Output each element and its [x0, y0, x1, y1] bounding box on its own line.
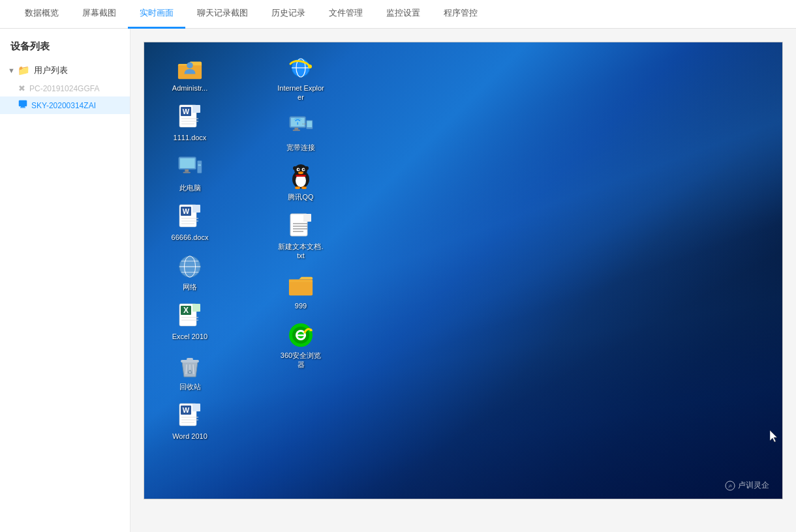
- sidebar-item-sky1[interactable]: SKY-20200314ZAI: [0, 96, 130, 114]
- svg-point-4: [187, 62, 193, 68]
- desktop-icon-txt[interactable]: 新建文本文档.txt: [275, 211, 327, 263]
- desktop-screenshot: Administr... W: [144, 42, 783, 499]
- svg-rect-14: [185, 169, 189, 171]
- desktop-icon-qq[interactable]: 腾讯QQ: [275, 161, 327, 204]
- sidebar: 设备列表 ▼ 📁 用户列表 ✖ PC-20191024GGFA SKY-2020…: [0, 29, 130, 532]
- desktop-icons-grid: Administr... W: [144, 42, 392, 499]
- svg-rect-81: [289, 280, 313, 282]
- svg-rect-55: [294, 128, 298, 130]
- ie-icon: [288, 55, 314, 81]
- svg-rect-86: [296, 334, 306, 336]
- desktop-icon-broadband[interactable]: 宽带连接: [275, 111, 327, 155]
- svg-rect-75: [303, 214, 311, 222]
- folder999-icon-label: 999: [295, 301, 307, 310]
- computer-icon-label: 此电脑: [179, 183, 201, 192]
- svg-rect-54: [291, 117, 305, 126]
- svg-point-73: [305, 166, 309, 170]
- main-layout: 设备列表 ▼ 📁 用户列表 ✖ PC-20191024GGFA SKY-2020…: [0, 29, 796, 532]
- svg-rect-13: [180, 158, 195, 168]
- svg-point-72: [293, 166, 297, 170]
- network-icon: [177, 254, 203, 280]
- word2010-icon: W: [177, 403, 203, 429]
- recycle-icon: ♻: [177, 353, 203, 379]
- docx2-icon: W: [177, 204, 203, 230]
- desktop-icon-docx2[interactable]: W 66666.docx: [164, 201, 216, 244]
- desktop-icon-computer[interactable]: 此电脑: [164, 152, 216, 195]
- svg-rect-59: [307, 121, 313, 127]
- sidebar-title: 设备列表: [0, 35, 130, 61]
- nav-chat[interactable]: 聊天记录截图: [185, 0, 260, 29]
- nav-realtime[interactable]: 实时画面: [128, 0, 185, 29]
- nav-history[interactable]: 历史记录: [260, 0, 317, 29]
- sidebar-item-pc1[interactable]: ✖ PC-20191024GGFA: [0, 80, 130, 96]
- excel-icon: X: [177, 303, 203, 329]
- svg-rect-15: [183, 171, 191, 173]
- folder999-icon: [288, 273, 314, 299]
- svg-rect-56: [293, 129, 300, 130]
- svg-rect-16: [197, 160, 202, 173]
- logo-text: 卢训灵企: [738, 480, 769, 491]
- admin-icon-label: Administr...: [172, 83, 207, 93]
- bottom-logo: 卢 卢训灵企: [725, 480, 769, 491]
- excel-icon-label: Excel 2010: [172, 332, 207, 341]
- nav-data[interactable]: 数据概览: [13, 0, 70, 29]
- admin-icon: [177, 55, 203, 81]
- folder-icon: 📁: [18, 65, 30, 76]
- svg-point-68: [298, 171, 303, 174]
- svg-rect-43: [192, 404, 200, 411]
- broadband-icon: [288, 114, 314, 140]
- desktop-icon-network[interactable]: 网络: [164, 251, 216, 294]
- svg-text:X: X: [183, 306, 189, 315]
- docx1-icon-label: 1111.docx: [174, 133, 207, 142]
- device-label-sky1: SKY-20200314ZAI: [31, 101, 96, 110]
- sidebar-section-users[interactable]: ▼ 📁 用户列表: [0, 61, 130, 80]
- qq-icon-label: 腾讯QQ: [288, 192, 313, 201]
- svg-point-52: [308, 65, 312, 68]
- svg-rect-1: [21, 106, 25, 108]
- docx1-icon: W: [177, 104, 203, 130]
- desktop-icon-docx1[interactable]: W 1111.docx: [164, 102, 216, 145]
- svg-point-69: [295, 186, 300, 189]
- txt-icon: [288, 213, 314, 239]
- svg-point-70: [301, 186, 307, 189]
- svg-rect-19: [192, 205, 200, 213]
- recycle-icon-label: 回收站: [179, 382, 201, 391]
- desktop-icon-ie[interactable]: Internet Explorer: [275, 52, 327, 105]
- word2010-icon-label: Word 2010: [172, 432, 207, 441]
- nav-monitor[interactable]: 监控设置: [375, 0, 432, 29]
- qq-icon: [288, 164, 314, 190]
- nav-program[interactable]: 程序管控: [432, 0, 489, 29]
- section-arrow: ▼: [8, 66, 15, 74]
- nav-files[interactable]: 文件管理: [317, 0, 375, 29]
- section-label: 用户列表: [34, 65, 68, 76]
- desktop-icon-360[interactable]: 360安全浏览器: [275, 319, 327, 372]
- svg-rect-0: [19, 100, 27, 106]
- svg-text:♻: ♻: [187, 369, 192, 376]
- svg-text:W: W: [183, 108, 190, 115]
- svg-rect-31: [192, 304, 200, 312]
- docx2-icon-label: 66666.docx: [172, 233, 209, 242]
- svg-rect-37: [187, 358, 193, 361]
- broadband-icon-label: 宽带连接: [286, 143, 315, 152]
- desktop-icon-admin[interactable]: Administr...: [164, 52, 216, 95]
- svg-rect-71: [296, 175, 306, 177]
- svg-point-67: [303, 169, 304, 170]
- device-label-pc1: PC-20191024GGFA: [29, 84, 99, 93]
- computer-icon: [177, 155, 203, 181]
- svg-point-63: [294, 164, 307, 176]
- svg-text:W: W: [183, 406, 190, 414]
- top-navigation: 数据概览 屏幕截图 实时画面 聊天记录截图 历史记录 文件管理 监控设置 程序管…: [0, 0, 796, 29]
- 360-icon-label: 360安全浏览器: [277, 351, 324, 370]
- cursor: [770, 430, 779, 443]
- desktop-icon-recycle[interactable]: ♻ 回收站: [164, 351, 216, 394]
- desktop-icon-folder999[interactable]: 999: [275, 270, 327, 313]
- desktop-icon-word2010[interactable]: W Word 2010: [164, 400, 216, 443]
- svg-rect-6: [192, 105, 200, 113]
- svg-rect-2: [20, 108, 25, 108]
- svg-point-66: [298, 169, 299, 170]
- desktop-icon-excel[interactable]: X Excel 2010: [164, 301, 216, 344]
- nav-screenshot[interactable]: 屏幕截图: [70, 0, 128, 29]
- ie-icon-label: Internet Explorer: [277, 83, 324, 102]
- content-area: Administr... W: [130, 29, 796, 532]
- device-icon-pc1: ✖: [18, 83, 25, 93]
